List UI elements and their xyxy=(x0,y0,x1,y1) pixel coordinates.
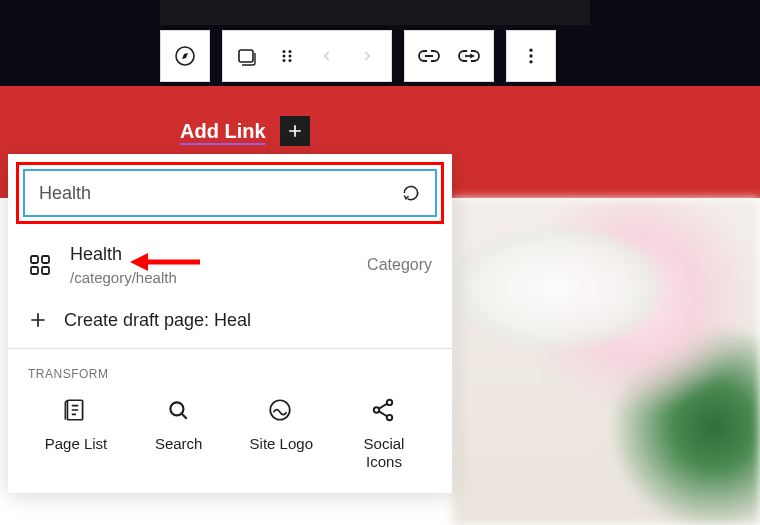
toolbar-group-move xyxy=(222,30,392,82)
link-icon[interactable] xyxy=(409,36,449,76)
submenu-icon[interactable] xyxy=(449,36,489,76)
toolbar-group-link xyxy=(404,30,494,82)
navigation-block-icon[interactable] xyxy=(227,36,267,76)
search-icon xyxy=(165,397,193,425)
svg-point-9 xyxy=(529,54,532,57)
result-title: Health xyxy=(70,242,349,267)
search-input-value: Health xyxy=(39,183,91,204)
result-type-label: Category xyxy=(367,256,432,274)
add-link-label[interactable]: Add Link xyxy=(180,120,266,143)
share-icon xyxy=(370,397,398,425)
result-text: Health /category/health xyxy=(70,242,349,288)
more-options-button[interactable] xyxy=(511,36,551,76)
svg-point-17 xyxy=(271,400,291,420)
compass-icon[interactable] xyxy=(165,36,205,76)
link-search-input[interactable]: Health xyxy=(23,169,437,217)
svg-rect-1 xyxy=(239,50,253,62)
block-toolbar xyxy=(160,30,556,82)
site-logo-icon xyxy=(267,397,295,425)
svg-rect-12 xyxy=(42,256,49,263)
svg-rect-11 xyxy=(31,256,38,263)
transform-site-logo[interactable]: Site Logo xyxy=(241,397,321,471)
svg-point-5 xyxy=(289,55,292,58)
transform-search[interactable]: Search xyxy=(139,397,219,471)
add-block-button[interactable] xyxy=(280,116,310,146)
drag-handle-icon[interactable] xyxy=(267,36,307,76)
create-draft-text: Create draft page: Heal xyxy=(64,310,251,331)
svg-point-10 xyxy=(529,60,532,63)
transform-page-list[interactable]: Page List xyxy=(36,397,116,471)
transform-social-icons[interactable]: Social Icons xyxy=(344,397,424,471)
svg-rect-13 xyxy=(31,267,38,274)
move-right-button xyxy=(347,36,387,76)
create-draft-page-option[interactable]: Create draft page: Heal xyxy=(8,298,452,348)
transform-section: TRANSFORM Page List Search Site Logo xyxy=(8,349,452,493)
annotation-highlight-box: Health xyxy=(16,162,444,224)
svg-point-2 xyxy=(283,50,286,53)
svg-point-8 xyxy=(529,49,532,52)
search-result-item[interactable]: Health /category/health Category xyxy=(8,230,452,298)
svg-point-7 xyxy=(289,59,292,62)
background-photo xyxy=(452,198,760,525)
toolbar-group-block xyxy=(160,30,210,82)
page-list-icon xyxy=(62,397,90,425)
plus-icon xyxy=(26,308,50,332)
svg-point-4 xyxy=(283,55,286,58)
svg-rect-14 xyxy=(42,267,49,274)
link-popover: Health Health /category/health Category … xyxy=(8,154,452,493)
submit-icon[interactable] xyxy=(401,183,421,203)
add-link-placeholder: Add Link xyxy=(180,116,310,146)
svg-point-16 xyxy=(170,403,183,416)
result-path: /category/health xyxy=(70,267,349,288)
transform-heading: TRANSFORM xyxy=(28,367,432,381)
move-left-button xyxy=(307,36,347,76)
toolbar-group-more xyxy=(506,30,556,82)
category-icon xyxy=(28,253,52,277)
svg-point-3 xyxy=(289,50,292,53)
editor-panel xyxy=(160,0,590,25)
transform-options: Page List Search Site Logo Social Icons xyxy=(28,397,432,471)
svg-point-6 xyxy=(283,59,286,62)
